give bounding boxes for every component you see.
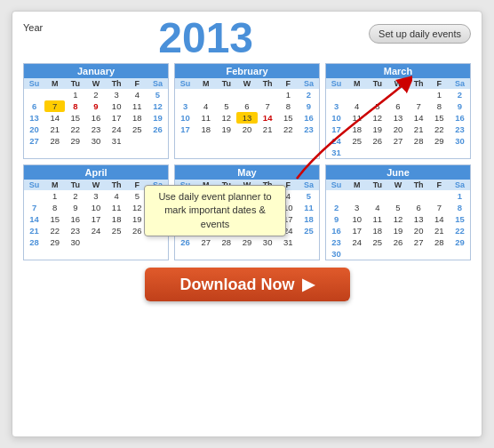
download-section: Download Now ▶ xyxy=(23,268,471,301)
calendar-day: 20 xyxy=(409,225,429,236)
calendar-header: January xyxy=(24,64,168,78)
day-header: Su xyxy=(24,78,44,89)
calendar-day: 31 xyxy=(278,236,299,248)
day-header: M xyxy=(347,78,367,89)
calendar-day xyxy=(299,236,319,248)
calendar-table: SuMTuWThFSa12345678910111213141516171819… xyxy=(326,78,470,158)
calendar-day: 28 xyxy=(409,135,429,147)
calendar-day: 23 xyxy=(326,236,347,248)
calendar-day xyxy=(175,89,195,100)
calendar-day: 29 xyxy=(450,236,470,248)
calendar-day: 8 xyxy=(278,100,299,112)
calendar-day xyxy=(299,135,319,137)
calendar-day: 29 xyxy=(65,135,85,147)
calendar-day xyxy=(236,89,257,100)
calendar-day xyxy=(24,190,44,202)
calendar-day: 13 xyxy=(236,112,257,124)
calendar-day: 7 xyxy=(258,100,278,112)
calendar-day: 14 xyxy=(429,213,450,225)
calendar-day: 21 xyxy=(24,225,44,236)
calendar-day: 23 xyxy=(450,124,470,135)
calendar-march: MarchSuMTuWThFSa123456789101112131415161… xyxy=(325,63,471,159)
calendar-day: 16 xyxy=(299,112,319,124)
calendar-day: 2 xyxy=(326,202,347,213)
calendar-day: 10 xyxy=(326,112,347,124)
calendar-day xyxy=(195,135,216,137)
calendar-day xyxy=(367,89,387,100)
calendar-day: 28 xyxy=(429,236,450,248)
calendar-day: 27 xyxy=(195,236,216,248)
calendar-day xyxy=(387,89,408,100)
calendar-day xyxy=(107,236,127,248)
calendar-header: March xyxy=(326,64,470,78)
calendar-day: 2 xyxy=(299,89,319,100)
calendar-day: 25 xyxy=(347,135,367,147)
calendar-day: 4 xyxy=(107,190,127,202)
calendar-day xyxy=(127,135,147,147)
setup-daily-events-button[interactable]: Set up daily events xyxy=(369,24,471,44)
calendar-day: 24 xyxy=(326,135,347,147)
calendar-day: 24 xyxy=(347,236,367,248)
calendar-day: 6 xyxy=(409,202,429,213)
calendar-day: 7 xyxy=(409,100,429,112)
calendar-day: 22 xyxy=(65,124,85,135)
calendar-day: 26 xyxy=(387,236,408,248)
calendar-day: 18 xyxy=(299,213,319,225)
calendar-header: May xyxy=(175,165,319,180)
calendar-header: April xyxy=(24,165,168,180)
year-label: Year xyxy=(23,22,43,33)
day-header: Tu xyxy=(216,78,236,89)
calendar-day xyxy=(387,190,408,202)
calendar-day: 15 xyxy=(278,112,299,124)
day-header: Su xyxy=(326,78,347,89)
calendar-day: 21 xyxy=(409,124,429,135)
calendar-day xyxy=(450,248,470,260)
download-label: Download Now xyxy=(180,276,295,294)
calendar-day xyxy=(387,248,408,260)
calendar-day: 16 xyxy=(85,112,106,124)
calendar-day: 13 xyxy=(409,213,429,225)
day-header: Tu xyxy=(65,180,85,190)
calendar-day: 29 xyxy=(429,135,450,147)
calendar-day: 11 xyxy=(195,112,216,124)
calendar-day: 15 xyxy=(450,213,470,225)
main-container: Year 2013 Set up daily events Use daily … xyxy=(12,11,482,437)
calendar-table: SuMTuWThFSa12345678910111213141516171819… xyxy=(326,180,470,260)
calendar-day: 13 xyxy=(387,112,408,124)
calendar-day: 20 xyxy=(236,124,257,135)
calendar-day xyxy=(258,89,278,100)
calendar-day: 14 xyxy=(24,213,44,225)
day-header: Tu xyxy=(367,78,387,89)
day-header: Sa xyxy=(299,78,319,89)
calendar-day xyxy=(347,89,367,100)
calendar-day xyxy=(44,89,65,100)
calendar-day xyxy=(367,190,387,202)
calendar-day: 21 xyxy=(258,124,278,135)
download-arrow-icon: ▶ xyxy=(302,275,315,294)
calendar-day: 9 xyxy=(65,202,85,213)
calendar-day: 19 xyxy=(216,124,236,135)
calendar-day: 9 xyxy=(326,213,347,225)
calendar-day: 19 xyxy=(367,124,387,135)
calendar-day: 29 xyxy=(44,236,65,248)
calendar-day: 4 xyxy=(127,89,147,100)
calendar-day: 2 xyxy=(65,190,85,202)
calendar-day: 27 xyxy=(409,236,429,248)
calendar-day: 1 xyxy=(429,89,450,100)
calendar-day: 17 xyxy=(175,124,195,135)
calendar-day: 16 xyxy=(65,213,85,225)
calendar-day: 15 xyxy=(65,112,85,124)
calendar-day: 6 xyxy=(387,100,408,112)
top-row: Year 2013 Set up daily events xyxy=(23,20,471,60)
calendar-day xyxy=(367,248,387,260)
day-header: Tu xyxy=(367,180,387,190)
calendar-day xyxy=(409,190,429,202)
calendar-day: 25 xyxy=(127,124,147,135)
calendar-day: 27 xyxy=(24,135,44,147)
calendar-day: 19 xyxy=(387,225,408,236)
download-button[interactable]: Download Now ▶ xyxy=(145,268,350,301)
calendar-day: 30 xyxy=(85,135,106,147)
calendar-day: 11 xyxy=(367,213,387,225)
calendar-day: 9 xyxy=(299,100,319,112)
calendar-day: 25 xyxy=(299,225,319,236)
